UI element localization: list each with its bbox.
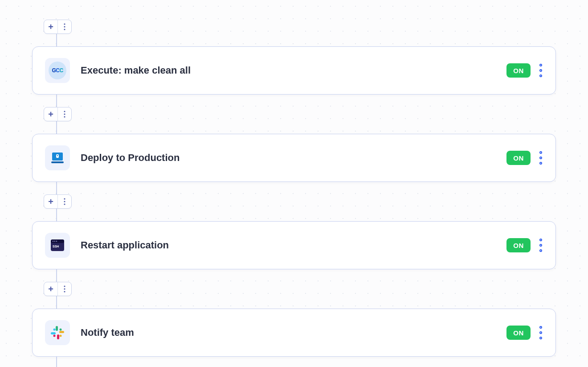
svg-point-26 (53, 329, 56, 331)
add-step-connector: + (44, 282, 72, 296)
action-icon-tile (45, 320, 70, 345)
svg-point-29 (53, 335, 56, 337)
gcc-icon: GCC (49, 62, 66, 79)
action-toggle[interactable]: ON (506, 238, 531, 252)
action-title: Restart application (81, 239, 496, 251)
svg-point-12 (64, 203, 65, 205)
kebab-icon (64, 111, 65, 118)
connector-menu-button[interactable] (58, 282, 71, 296)
add-step-connector: + (44, 194, 72, 209)
svg-text:SSH: SSH (53, 245, 59, 248)
svg-point-15 (53, 241, 53, 242)
connector-pipe (56, 121, 57, 134)
action-title: Notify team (81, 327, 496, 338)
pipeline-action[interactable]: SSH Restart application ON (32, 221, 556, 269)
connector-pipe (56, 95, 57, 107)
connector-pipe (56, 209, 57, 221)
drag-handle-icon[interactable] (539, 238, 543, 253)
pipeline-action[interactable]: GCC Execute: make clean all ON (32, 46, 556, 95)
svg-point-9 (57, 155, 58, 157)
svg-point-3 (64, 111, 65, 112)
action-toggle[interactable]: ON (506, 151, 531, 165)
svg-rect-22 (56, 326, 58, 331)
slack-icon (49, 325, 65, 341)
pipeline-action[interactable]: Notify team ON (32, 309, 556, 357)
ssh-terminal-icon: SSH (49, 236, 66, 254)
drag-handle-icon[interactable] (539, 63, 543, 78)
connector-pipe (56, 296, 57, 309)
action-right: ON (506, 325, 543, 340)
svg-point-10 (64, 198, 65, 199)
add-step-button[interactable]: + (44, 195, 57, 208)
svg-point-2 (64, 29, 65, 30)
add-step-button[interactable]: + (44, 282, 57, 296)
action-right: ON (506, 238, 543, 253)
drag-handle-icon[interactable] (539, 325, 543, 340)
connector-menu-button[interactable] (58, 195, 71, 208)
connector-pipe (56, 269, 57, 282)
svg-point-17 (56, 241, 57, 242)
action-right: ON (506, 150, 543, 165)
action-icon-tile: SSH (45, 233, 70, 258)
connector-menu-button[interactable] (58, 107, 71, 121)
action-icon-tile (45, 145, 70, 170)
svg-point-0 (64, 23, 65, 25)
add-step-connector: + (44, 107, 72, 121)
svg-point-21 (64, 291, 65, 292)
svg-point-20 (64, 288, 65, 289)
svg-point-28 (60, 335, 62, 337)
action-toggle[interactable]: ON (506, 63, 531, 78)
action-icon-tile: GCC (45, 58, 70, 83)
svg-rect-25 (51, 332, 56, 334)
svg-rect-23 (59, 331, 64, 333)
drag-handle-icon[interactable] (539, 150, 543, 165)
add-step-button[interactable]: + (44, 20, 57, 33)
kebab-icon (64, 198, 65, 205)
pipeline-canvas: + GCC Execute: make clean all ON + (0, 0, 588, 367)
add-step-button[interactable]: + (44, 107, 57, 121)
svg-point-16 (54, 241, 55, 242)
deploy-icon (49, 149, 66, 167)
kebab-icon (64, 285, 65, 293)
add-step-connector: + (44, 20, 72, 34)
svg-point-4 (64, 113, 65, 115)
kebab-icon (64, 23, 65, 30)
svg-point-5 (64, 116, 65, 117)
svg-rect-7 (51, 161, 64, 163)
svg-point-11 (64, 201, 65, 202)
action-title: Execute: make clean all (81, 65, 496, 76)
svg-rect-24 (57, 334, 59, 339)
connector-pipe (56, 182, 57, 194)
connector-pipe (56, 357, 57, 367)
pipeline-action[interactable]: Deploy to Production ON (32, 134, 556, 182)
svg-point-1 (64, 26, 65, 27)
connector-pipe (56, 34, 57, 46)
svg-point-27 (60, 329, 62, 331)
action-right: ON (506, 63, 543, 78)
connector-menu-button[interactable] (58, 20, 71, 33)
svg-point-19 (64, 285, 65, 287)
action-toggle[interactable]: ON (506, 326, 531, 340)
action-title: Deploy to Production (81, 152, 496, 164)
